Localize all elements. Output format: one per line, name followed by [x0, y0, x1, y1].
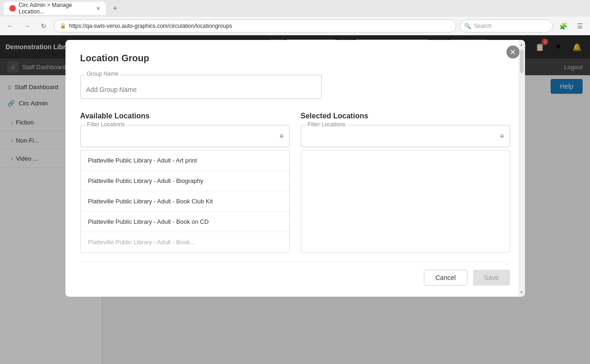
available-filter-input[interactable] — [86, 133, 280, 140]
selected-locations-list — [301, 150, 510, 253]
list-item[interactable]: Platteville Public Library - Adult - Bio… — [81, 171, 289, 191]
close-tab-button[interactable]: ✕ — [96, 6, 100, 12]
url-text: https://qa-swls-verso.auto-graphics.com/… — [69, 23, 232, 29]
available-locations-col: Available Locations Filter Locations ≡ P… — [80, 112, 290, 253]
group-name-label: Group Name — [85, 71, 121, 77]
selected-filter-input[interactable] — [307, 133, 500, 140]
save-button: Save — [473, 270, 510, 286]
available-filter-icon: ≡ — [279, 132, 283, 140]
selected-filter-box: Filter Locations ≡ — [301, 125, 510, 147]
menu-button[interactable]: ☰ — [573, 20, 586, 32]
selected-filter-icon: ≡ — [500, 132, 504, 140]
group-name-field: Group Name — [80, 75, 510, 99]
cancel-button[interactable]: Cancel — [424, 270, 467, 286]
list-item[interactable]: Platteville Public Library - Adult - Boo… — [81, 191, 289, 212]
selected-filter-label: Filter Locations — [306, 121, 347, 128]
locations-row: Available Locations Filter Locations ≡ P… — [80, 112, 510, 253]
modal-overlay: ▲ ▼ ✕ Location Group Group Name Availabl… — [0, 35, 590, 364]
tab-title: Circ Admin > Manage Location... — [19, 2, 91, 15]
available-locations-list: Platteville Public Library - Adult - Art… — [80, 150, 290, 253]
list-item[interactable]: Platteville Public Library - Adult - Art… — [81, 150, 289, 171]
new-tab-button[interactable]: + — [109, 2, 122, 15]
selected-locations-title: Selected Locations — [301, 112, 510, 120]
browser-tab[interactable]: Circ Admin > Manage Location... ✕ — [4, 2, 106, 15]
lock-icon: 🔒 — [60, 23, 66, 29]
browser-search-bar[interactable]: 🔍 Search — [460, 20, 553, 32]
scroll-down-icon[interactable]: ▼ — [519, 288, 524, 297]
refresh-button[interactable]: ↻ — [37, 20, 50, 32]
back-button[interactable]: ← — [4, 20, 17, 32]
extensions-button[interactable]: 🧩 — [557, 20, 570, 32]
modal-close-button[interactable]: ✕ — [506, 46, 519, 58]
address-bar[interactable]: 🔒 https://qa-swls-verso.auto-graphics.co… — [54, 20, 456, 32]
search-icon: 🔍 — [464, 23, 471, 29]
favicon — [9, 5, 16, 12]
available-filter-box: Filter Locations ≡ — [80, 125, 290, 147]
modal-scrollbar[interactable]: ▲ ▼ — [519, 40, 525, 297]
group-name-input[interactable] — [80, 75, 322, 99]
forward-button[interactable]: → — [20, 20, 33, 32]
scroll-up-icon[interactable]: ▲ — [519, 40, 524, 49]
location-group-modal: ▲ ▼ ✕ Location Group Group Name Availabl… — [65, 40, 525, 297]
list-item[interactable]: Platteville Public Library - Adult - Boo… — [81, 232, 289, 252]
browser-chrome: Circ Admin > Manage Location... ✕ + ← → … — [0, 0, 590, 35]
list-item[interactable]: Platteville Public Library - Adult - Boo… — [81, 212, 289, 232]
selected-locations-col: Selected Locations Filter Locations ≡ — [301, 112, 510, 253]
available-filter-label: Filter Locations — [85, 121, 127, 128]
browser-titlebar: Circ Admin > Manage Location... ✕ + — [0, 0, 590, 17]
scroll-thumb — [520, 50, 524, 73]
available-locations-title: Available Locations — [80, 112, 290, 120]
modal-footer: Cancel Save — [80, 262, 510, 286]
browser-nav: ← → ↻ 🔒 https://qa-swls-verso.auto-graph… — [0, 17, 590, 35]
modal-title: Location Group — [80, 53, 510, 64]
search-placeholder: Search — [474, 23, 492, 29]
